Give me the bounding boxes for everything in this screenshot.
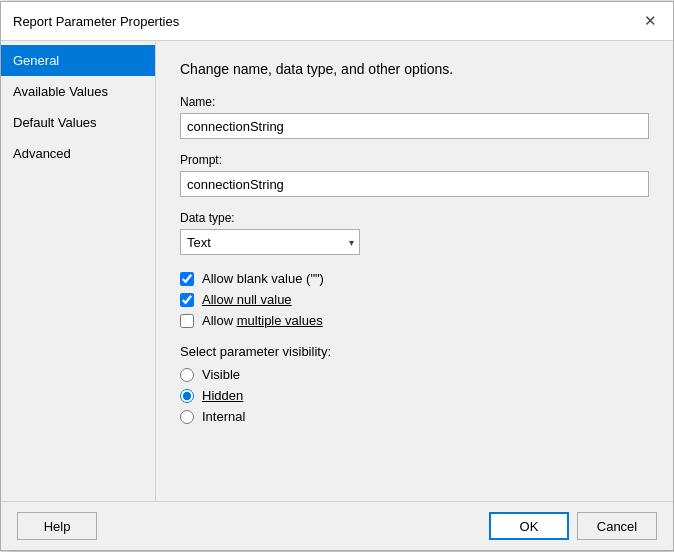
visible-label[interactable]: Visible bbox=[202, 367, 240, 382]
sidebar-item-default-values[interactable]: Default Values bbox=[1, 107, 155, 138]
allow-multiple-label[interactable]: Allow multiple values bbox=[202, 313, 323, 328]
dialog-title: Report Parameter Properties bbox=[13, 14, 179, 29]
allow-blank-checkbox[interactable] bbox=[180, 272, 194, 286]
title-bar: Report Parameter Properties ✕ bbox=[1, 2, 673, 41]
name-label: Name: bbox=[180, 95, 649, 109]
main-content: Change name, data type, and other option… bbox=[156, 41, 673, 501]
section-description: Change name, data type, and other option… bbox=[180, 61, 649, 77]
data-type-select[interactable]: Text Boolean DateTime Integer Float bbox=[180, 229, 360, 255]
allow-blank-label[interactable]: Allow blank value ("") bbox=[202, 271, 324, 286]
internal-label[interactable]: Internal bbox=[202, 409, 245, 424]
hidden-radio[interactable] bbox=[180, 389, 194, 403]
prompt-input[interactable] bbox=[180, 171, 649, 197]
allow-blank-row: Allow blank value ("") bbox=[180, 271, 649, 286]
allow-null-checkbox[interactable] bbox=[180, 293, 194, 307]
allow-multiple-checkbox[interactable] bbox=[180, 314, 194, 328]
internal-row: Internal bbox=[180, 409, 649, 424]
footer-right: OK Cancel bbox=[489, 512, 657, 540]
internal-radio[interactable] bbox=[180, 410, 194, 424]
allow-null-row: Allow null value bbox=[180, 292, 649, 307]
visible-row: Visible bbox=[180, 367, 649, 382]
prompt-label: Prompt: bbox=[180, 153, 649, 167]
sidebar-item-available-values[interactable]: Available Values bbox=[1, 76, 155, 107]
sidebar: General Available Values Default Values … bbox=[1, 41, 156, 501]
sidebar-item-advanced[interactable]: Advanced bbox=[1, 138, 155, 169]
data-type-label: Data type: bbox=[180, 211, 649, 225]
help-button[interactable]: Help bbox=[17, 512, 97, 540]
name-input[interactable] bbox=[180, 113, 649, 139]
dialog-body: General Available Values Default Values … bbox=[1, 41, 673, 501]
sidebar-item-general[interactable]: General bbox=[1, 45, 155, 76]
hidden-row: Hidden bbox=[180, 388, 649, 403]
checkbox-group: Allow blank value ("") Allow null value … bbox=[180, 271, 649, 328]
report-parameter-dialog: Report Parameter Properties ✕ General Av… bbox=[0, 1, 674, 551]
visibility-label: Select parameter visibility: bbox=[180, 344, 649, 359]
close-button[interactable]: ✕ bbox=[639, 10, 661, 32]
dialog-footer: Help OK Cancel bbox=[1, 501, 673, 550]
data-type-dropdown-wrapper: Text Boolean DateTime Integer Float ▾ bbox=[180, 229, 360, 255]
ok-button[interactable]: OK bbox=[489, 512, 569, 540]
hidden-label[interactable]: Hidden bbox=[202, 388, 243, 403]
visible-radio[interactable] bbox=[180, 368, 194, 382]
footer-left: Help bbox=[17, 512, 97, 540]
cancel-button[interactable]: Cancel bbox=[577, 512, 657, 540]
allow-multiple-row: Allow multiple values bbox=[180, 313, 649, 328]
allow-null-label[interactable]: Allow null value bbox=[202, 292, 292, 307]
